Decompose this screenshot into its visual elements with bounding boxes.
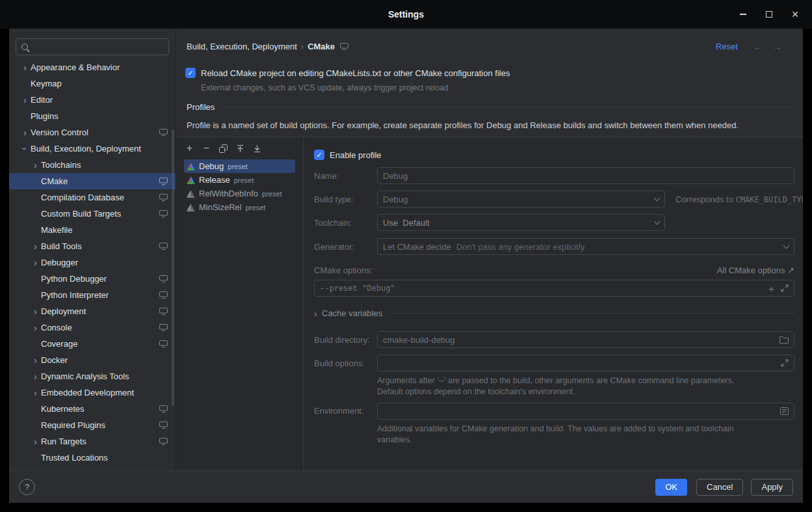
sidebar-item-kubernetes[interactable]: Kubernetes bbox=[9, 401, 176, 417]
per-project-settings-icon bbox=[159, 178, 168, 185]
sidebar-item-cmake[interactable]: CMake bbox=[9, 173, 176, 189]
chevron-right-icon[interactable] bbox=[30, 160, 41, 170]
forward-arrow-icon[interactable]: → bbox=[772, 41, 782, 52]
sidebar-item-python-interpreter[interactable]: Python Interpreter bbox=[9, 287, 176, 303]
profiles-description: Profile is a named set of build options.… bbox=[187, 120, 792, 130]
build-directory-field[interactable]: cmake-build-debug bbox=[377, 331, 794, 348]
chevron-right-icon[interactable] bbox=[20, 128, 31, 137]
chevron-right-icon[interactable] bbox=[30, 323, 41, 332]
build-options-hint: Arguments after '--' are passed to the b… bbox=[377, 375, 794, 397]
sidebar-item-keymap[interactable]: Keymap bbox=[9, 75, 176, 92]
chevron-right-icon[interactable] bbox=[30, 371, 41, 381]
content-header: Build, Execution, Deployment › CMake Res… bbox=[176, 29, 803, 64]
build-options-field[interactable] bbox=[377, 355, 794, 371]
environment-label: Environment: bbox=[314, 406, 377, 416]
sidebar-item-required-plugins[interactable]: Required Plugins bbox=[9, 417, 176, 433]
add-profile-button[interactable]: + bbox=[184, 143, 195, 154]
settings-search-box[interactable] bbox=[16, 38, 169, 55]
chevron-right-icon[interactable] bbox=[30, 388, 41, 397]
all-cmake-options-link[interactable]: All CMake options ↗ bbox=[717, 265, 794, 275]
section-divider bbox=[221, 107, 795, 107]
enable-profile-label: Enable profile bbox=[330, 150, 382, 160]
copy-profile-button[interactable] bbox=[218, 143, 229, 154]
reload-checkbox-label: Reload CMake project on editing CMakeLis… bbox=[201, 68, 510, 78]
sidebar-item-toolchains[interactable]: Toolchains bbox=[9, 157, 176, 173]
search-input[interactable] bbox=[33, 42, 163, 53]
remove-profile-button[interactable]: − bbox=[201, 143, 212, 154]
reload-hint-text: External changes, such as VCS update, al… bbox=[201, 83, 792, 92]
chevron-right-icon[interactable] bbox=[30, 355, 41, 365]
sidebar-item-console[interactable]: Console bbox=[9, 319, 176, 336]
ok-button[interactable]: OK bbox=[655, 479, 687, 496]
per-project-settings-icon bbox=[159, 243, 168, 250]
sidebar-item-deployment[interactable]: Deployment bbox=[9, 303, 176, 319]
cache-variables-toggle[interactable]: › Cache variables bbox=[314, 307, 794, 319]
sidebar-item-embedded-development[interactable]: Embedded Development bbox=[9, 384, 176, 401]
profiles-toolbar: + − bbox=[176, 137, 303, 158]
cmake-profile-icon bbox=[187, 163, 195, 170]
move-down-button[interactable] bbox=[252, 143, 263, 154]
enable-profile-row[interactable]: Enable profile bbox=[314, 146, 794, 163]
sidebar-item-run-targets[interactable]: Run Targets bbox=[9, 433, 176, 450]
sidebar-item-editor[interactable]: Editor bbox=[9, 92, 176, 108]
build-type-label: Build type: bbox=[314, 195, 377, 204]
folder-icon[interactable] bbox=[779, 336, 789, 344]
back-arrow-icon[interactable]: ← bbox=[753, 41, 763, 52]
sidebar-item-coverage[interactable]: Coverage bbox=[9, 336, 176, 352]
external-link-icon: ↗ bbox=[787, 265, 794, 275]
profile-item-release[interactable]: Release preset bbox=[184, 173, 295, 187]
checkbox-checked-icon[interactable] bbox=[185, 68, 196, 78]
profile-item-relwithdebinfo[interactable]: RelWithDebInfo preset bbox=[184, 187, 295, 200]
env-variables-icon[interactable] bbox=[780, 407, 789, 415]
sidebar-item-python-debugger[interactable]: Python Debugger bbox=[9, 271, 176, 287]
generator-select[interactable]: Let CMake decide Don't pass any generato… bbox=[377, 238, 794, 255]
sidebar-item-custom-build-targets[interactable]: Custom Build Targets bbox=[9, 206, 176, 222]
reset-link[interactable]: Reset bbox=[716, 42, 738, 51]
profile-item-debug[interactable]: Debug preset bbox=[184, 159, 295, 173]
sidebar-item-version-control[interactable]: Version Control bbox=[9, 124, 176, 141]
cancel-button[interactable]: Cancel bbox=[696, 479, 743, 496]
settings-content: Build, Execution, Deployment › CMake Res… bbox=[176, 29, 803, 470]
close-button[interactable] bbox=[790, 9, 800, 20]
expand-editor-icon[interactable] bbox=[781, 284, 789, 292]
cmake-options-input[interactable]: --preset "Debug" + bbox=[314, 280, 794, 297]
sidebar-item-trusted-locations[interactable]: Trusted Locations bbox=[9, 450, 176, 466]
breadcrumb-parent[interactable]: Build, Execution, Deployment bbox=[187, 42, 297, 51]
cmake-options-label: CMake options: bbox=[314, 265, 373, 275]
sidebar-item-build-execution-deployment[interactable]: Build, Execution, Deployment bbox=[9, 141, 176, 157]
chevron-right-icon[interactable] bbox=[30, 306, 41, 316]
sidebar-item-docker[interactable]: Docker bbox=[9, 352, 176, 368]
sidebar-item-build-tools[interactable]: Build Tools bbox=[9, 238, 176, 254]
sidebar-scrollbar[interactable] bbox=[172, 129, 174, 406]
name-field[interactable]: Debug bbox=[377, 167, 794, 184]
maximize-button[interactable] bbox=[764, 9, 774, 20]
move-up-button[interactable] bbox=[235, 143, 246, 154]
toolchain-select[interactable]: Use Default bbox=[377, 214, 665, 231]
sidebar-item-compilation-database[interactable]: Compilation Database bbox=[9, 189, 176, 206]
chevron-right-icon[interactable] bbox=[20, 62, 31, 72]
chevron-right-icon[interactable] bbox=[20, 95, 31, 105]
sidebar-item-dynamic-analysis-tools[interactable]: Dynamic Analysis Tools bbox=[9, 368, 176, 384]
build-type-select[interactable]: Debug bbox=[377, 191, 665, 208]
sidebar-item-makefile[interactable]: Makefile bbox=[9, 222, 176, 238]
per-project-settings-icon bbox=[159, 438, 168, 445]
add-option-icon[interactable]: + bbox=[768, 284, 774, 293]
profile-item-minsizerel[interactable]: MinSizeRel preset bbox=[184, 200, 295, 214]
toolchain-label: Toolchain: bbox=[314, 218, 377, 228]
checkbox-checked-icon[interactable] bbox=[314, 150, 324, 160]
minimize-button[interactable] bbox=[738, 9, 748, 20]
per-project-settings-icon bbox=[340, 43, 348, 50]
environment-field[interactable] bbox=[377, 403, 794, 420]
reload-cmake-checkbox-row[interactable]: Reload CMake project on editing CMakeLis… bbox=[185, 65, 792, 81]
sidebar-item-plugins[interactable]: Plugins bbox=[9, 108, 176, 124]
apply-button[interactable]: Apply bbox=[751, 479, 793, 496]
chevron-right-icon[interactable] bbox=[30, 241, 41, 251]
help-button[interactable]: ? bbox=[19, 479, 35, 495]
sidebar-item-debugger[interactable]: Debugger bbox=[9, 254, 176, 271]
chevron-right-icon[interactable] bbox=[30, 437, 41, 446]
settings-sidebar: Appearance & Behavior Keymap Editor Plug… bbox=[9, 29, 176, 470]
chevron-right-icon[interactable] bbox=[30, 258, 41, 267]
sidebar-item-appearance-behavior[interactable]: Appearance & Behavior bbox=[9, 59, 176, 75]
chevron-down-icon[interactable] bbox=[20, 144, 31, 154]
expand-editor-icon[interactable] bbox=[781, 359, 789, 367]
